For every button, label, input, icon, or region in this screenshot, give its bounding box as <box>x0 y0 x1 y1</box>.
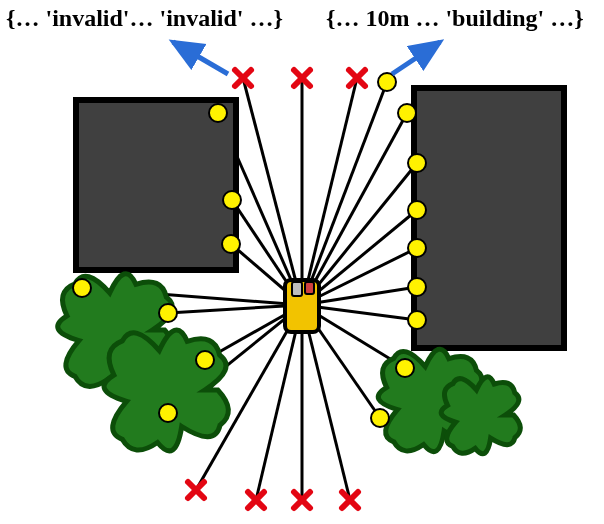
building-left <box>76 100 236 270</box>
tree <box>104 330 228 451</box>
hit-marker <box>222 235 240 253</box>
arrow-right <box>392 42 440 74</box>
miss-marker <box>188 482 204 498</box>
hit-marker <box>209 104 227 122</box>
ray <box>302 113 407 305</box>
ray <box>302 305 350 500</box>
hit-marker <box>159 404 177 422</box>
hit-marker <box>396 359 414 377</box>
hit-marker <box>408 278 426 296</box>
hit-marker <box>408 201 426 219</box>
svg-rect-16 <box>305 282 314 294</box>
hit-marker <box>371 409 389 427</box>
hit-marker <box>398 104 416 122</box>
hit-marker <box>408 154 426 172</box>
label-right: {… 10m … 'building' …} <box>326 5 584 31</box>
hit-marker <box>408 311 426 329</box>
sensor-diagram: {… 'invalid'… 'invalid' …} {… 10m … 'bui… <box>0 0 604 524</box>
tree <box>441 377 520 454</box>
hit-marker <box>196 351 214 369</box>
ray <box>256 305 302 500</box>
robot <box>285 280 319 332</box>
hit-marker <box>223 191 241 209</box>
arrow-left <box>173 42 228 74</box>
label-left: {… 'invalid'… 'invalid' …} <box>6 5 283 31</box>
ray <box>168 305 302 313</box>
hit-marker <box>408 239 426 257</box>
hit-marker <box>159 304 177 322</box>
hit-marker <box>73 279 91 297</box>
building-right <box>414 88 564 348</box>
svg-rect-15 <box>292 282 302 296</box>
